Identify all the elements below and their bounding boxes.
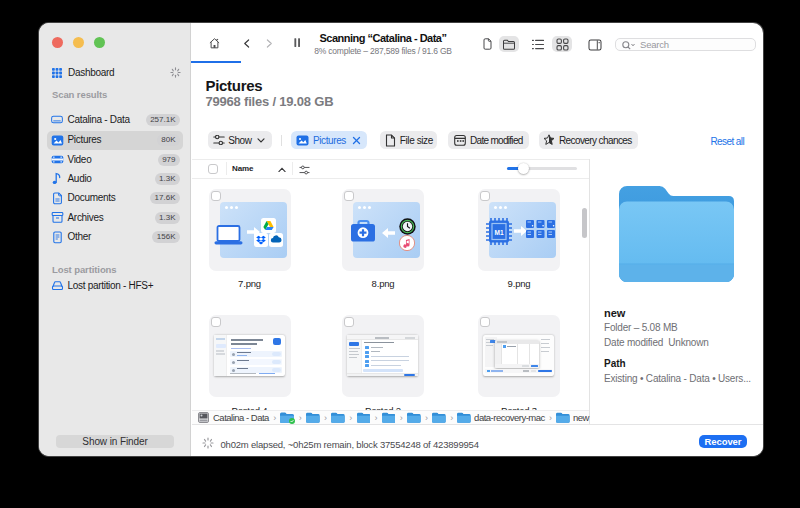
svg-text:M1: M1 xyxy=(494,229,503,236)
